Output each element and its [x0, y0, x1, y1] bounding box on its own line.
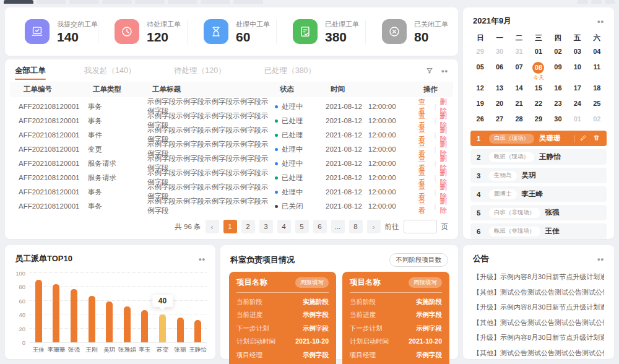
shift-row[interactable]: 3生物岛吴玥 [470, 168, 607, 183]
project-field: 下一步计划示例字段 [350, 324, 442, 333]
calendar-day[interactable]: 03 [568, 45, 587, 61]
page-button[interactable]: 4 [277, 220, 291, 233]
calendar-day[interactable]: 06 [490, 61, 509, 76]
top-tab[interactable] [233, 0, 263, 4]
top-tab[interactable] [135, 0, 165, 4]
page-button[interactable]: 6 [313, 220, 327, 233]
more-icon[interactable]: •• [597, 255, 604, 263]
trash-icon[interactable] [592, 134, 600, 143]
calendar-day[interactable]: 16 [548, 82, 568, 97]
tab-我发起（140）[interactable]: 我发起（140） [84, 59, 136, 82]
top-tab[interactable] [201, 0, 230, 4]
calendar-day[interactable]: 22 [529, 97, 548, 113]
calendar-day[interactable]: 02 [548, 45, 568, 61]
bar[interactable] [71, 289, 77, 342]
tab-待处理（120）[interactable]: 待处理（120） [174, 59, 225, 82]
top-mini-tab[interactable] [591, 0, 602, 4]
shift-row[interactable]: 4鹏博士李王峰 [470, 186, 607, 202]
top-tab[interactable] [168, 0, 197, 4]
edit-icon[interactable] [579, 134, 587, 143]
view-link[interactable]: 查看 [418, 197, 431, 215]
calendar-day[interactable]: 05 [470, 61, 490, 76]
weekly-report-button[interactable]: 周报填写 [409, 277, 442, 288]
bar[interactable] [35, 280, 42, 342]
page-button[interactable]: 5 [295, 220, 309, 233]
calendar-day[interactable]: 23 [548, 97, 568, 113]
calendar-day[interactable]: 30 [490, 45, 509, 61]
stage-filter-button[interactable]: 不同阶段项目数 [389, 253, 449, 267]
calendar-day[interactable]: 10 [568, 61, 587, 76]
time-cell: 2021-08-1212:00:00 [326, 103, 418, 110]
filter-icon[interactable] [425, 66, 434, 75]
calendar-day[interactable]: 31 [509, 45, 529, 61]
announcement-item[interactable]: 【升级】示例内容8月30日新节点升级计划通知 [473, 330, 604, 345]
announcement-list: 【升级】示例内容8月30日新节点升级计划通知【其他】测试公告测试公告测试公告测试… [463, 268, 614, 360]
shift-row[interactable]: 2晚班（现场）王静怡 [470, 149, 607, 165]
announcement-item[interactable]: 【其他】测试公告测试公告测试公告测试公告测试公告 [473, 285, 604, 300]
prev-page-button[interactable]: ‹ [206, 220, 219, 233]
bar[interactable] [194, 320, 201, 342]
calendar-day[interactable]: 20 [490, 97, 509, 113]
calendar-day[interactable]: 30 [548, 113, 568, 128]
bar[interactable] [53, 284, 59, 342]
calendar-day[interactable]: 19 [470, 97, 490, 113]
calendar-day[interactable]: 15 [529, 82, 548, 97]
top-tab[interactable] [102, 0, 132, 4]
bar[interactable] [141, 310, 148, 342]
shift-tag: 晚班（现场） [489, 152, 534, 162]
weekly-report-button[interactable]: 周报填写 [295, 277, 329, 288]
calendar-day[interactable]: 25 [587, 97, 607, 113]
calendar-day[interactable]: 01 [568, 113, 587, 128]
announcement-item[interactable]: 【其他】测试公告测试公告测试公告测试公告测试公告 [473, 315, 604, 331]
top-mini-tab[interactable] [578, 0, 588, 4]
calendar-day[interactable]: 13 [490, 82, 509, 97]
top-tab[interactable] [69, 0, 99, 4]
page-button[interactable]: 3 [259, 220, 273, 233]
calendar-day[interactable]: 04 [587, 45, 607, 61]
next-page-button[interactable]: › [367, 220, 381, 233]
more-icon[interactable]: •• [199, 255, 206, 263]
page-button[interactable]: 2 [241, 220, 255, 233]
calendar-day[interactable]: 29 [529, 113, 548, 128]
bar[interactable] [106, 301, 113, 342]
more-icon[interactable]: •• [597, 17, 604, 25]
calendar-day[interactable]: 01 [529, 45, 548, 61]
calendar-day[interactable]: 07 [509, 61, 529, 76]
calendar-day[interactable]: 02 [587, 113, 607, 128]
page-button[interactable]: 8 [349, 220, 363, 233]
bar[interactable] [159, 314, 166, 342]
calendar-day[interactable]: 12 [470, 82, 490, 97]
calendar-day[interactable]: 09 [548, 61, 568, 76]
top-mini-tab[interactable] [605, 0, 615, 4]
calendar-day[interactable]: 17 [568, 82, 587, 97]
announcement-item[interactable]: 【其他】测试公告测试公告测试公告测试公告测试公告 [473, 345, 604, 361]
bar[interactable] [177, 318, 184, 342]
shift-row[interactable]: 6晚班（非现场）王佳 [470, 223, 607, 239]
top-tab[interactable] [4, 0, 33, 4]
calendar-day[interactable]: 14 [509, 82, 529, 97]
delete-link[interactable]: 删除 [440, 197, 452, 215]
page-button[interactable]: 1 [223, 220, 237, 233]
calendar-day[interactable]: 24 [568, 97, 587, 113]
calendar-day[interactable]: 29 [470, 45, 490, 61]
calendar-day[interactable]: 27 [490, 113, 509, 128]
calendar-day-today[interactable]: 08今天 [529, 61, 548, 82]
calendar-day[interactable]: 21 [509, 97, 529, 113]
calendar-day[interactable]: 11 [587, 61, 607, 76]
page-button[interactable]: ... [331, 220, 345, 233]
tab-已处理（380）[interactable]: 已处理（380） [264, 59, 316, 82]
shift-name: 王静怡 [539, 152, 561, 162]
shift-row[interactable]: 1白班（现场）吴珊珊 [470, 131, 607, 146]
bar[interactable] [124, 306, 131, 342]
bar[interactable] [89, 296, 95, 342]
announcement-item[interactable]: 【升级】示例内容8月30日新节点升级计划通知 [473, 269, 604, 285]
calendar-day[interactable]: 28 [509, 113, 529, 128]
tab-全部工单[interactable]: 全部工单 [15, 59, 46, 82]
calendar-day[interactable]: 18 [587, 82, 607, 97]
top-tab[interactable] [37, 0, 66, 4]
calendar-day[interactable]: 26 [470, 113, 490, 128]
more-icon[interactable]: •• [441, 67, 448, 75]
shift-row[interactable]: 5白班（非现场）张强 [470, 205, 607, 220]
announcement-item[interactable]: 【升级】示例内容8月30日新节点升级计划通知 [473, 300, 604, 315]
goto-page-input[interactable] [404, 220, 437, 233]
